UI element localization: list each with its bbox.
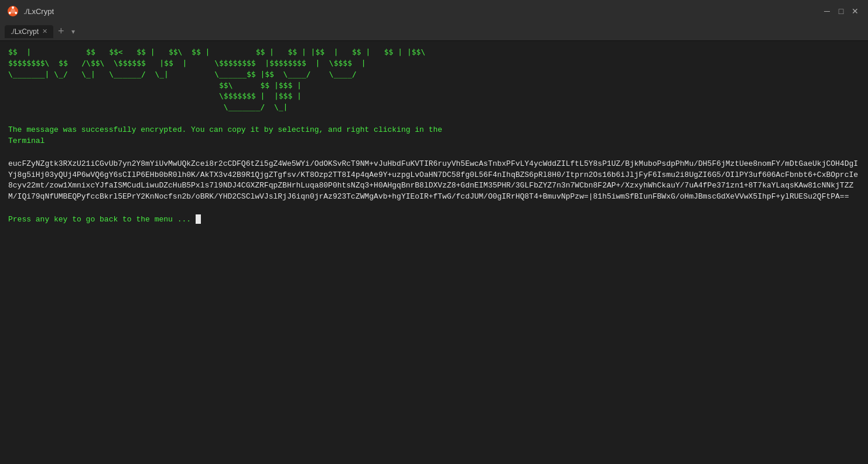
terminal-word: Terminal [8, 136, 860, 147]
terminal-body[interactable]: $$ | $$ $$< $$ | $$\ $$ | $$ | $$ | |$$ … [0, 41, 868, 464]
svg-point-4 [9, 12, 11, 14]
tab-lxcrypt[interactable]: ./LxCrypt ✕ [5, 25, 53, 38]
svg-point-2 [12, 6, 14, 9]
maximize-button[interactable]: □ [835, 5, 847, 17]
ascii-banner-left: $$ | $$ $$< $$ | $$\ $$ | $$ | $$ | |$$ … [8, 47, 860, 113]
terminal-cursor [196, 214, 201, 224]
ubuntu-icon [7, 5, 19, 17]
tab-close-icon[interactable]: ✕ [42, 28, 47, 35]
encrypted-output: eucFZyNZgtk3RXzU21iCGvUb7yn2Y8mYiUvMwUQk… [8, 159, 860, 203]
minimize-button[interactable]: ─ [821, 5, 833, 17]
tab-label: ./LxCrypt [11, 28, 39, 36]
close-button[interactable]: ✕ [849, 5, 861, 17]
tab-dropdown-button[interactable]: ▾ [69, 28, 77, 36]
titlebar: ./LxCrypt ─ □ ✕ [0, 0, 868, 22]
window-title: ./LxCrypt [23, 7, 816, 16]
svg-point-1 [11, 9, 15, 13]
svg-point-3 [15, 12, 17, 14]
new-tab-button[interactable]: + [56, 25, 67, 37]
window-controls: ─ □ ✕ [821, 5, 861, 17]
press-any-key-prompt: Press any key to go back to the menu ... [8, 214, 860, 226]
terminal-window: ./LxCrypt ─ □ ✕ ./LxCrypt ✕ + ▾ $$ | $$ … [0, 0, 868, 464]
success-message-block: The message was successfully encrypted. … [8, 125, 860, 136]
tab-bar: ./LxCrypt ✕ + ▾ [0, 22, 868, 41]
